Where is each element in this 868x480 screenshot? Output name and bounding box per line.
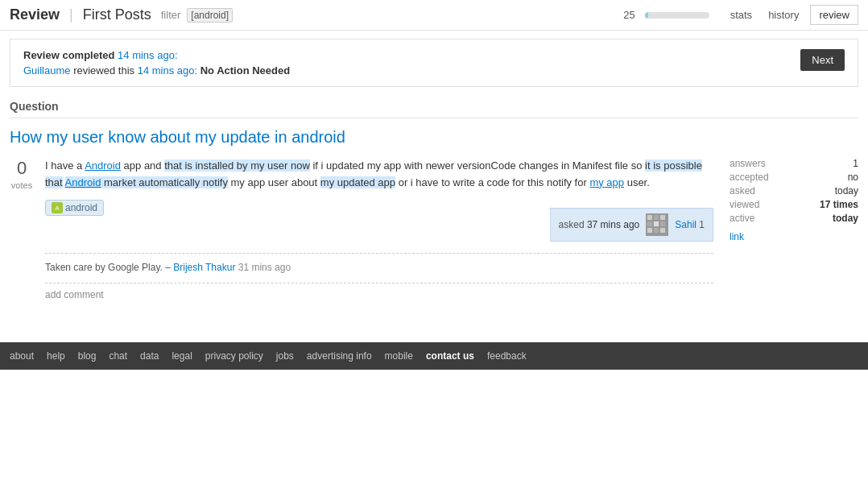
asked-key: asked xyxy=(730,185,755,197)
answers-val: 1 xyxy=(853,158,858,169)
footer-link-privacy-policy[interactable]: privacy policy xyxy=(205,350,263,362)
comment-body: Taken care by Google Play. xyxy=(45,262,163,273)
accepted-key: accepted xyxy=(730,172,769,183)
footer-link-data[interactable]: data xyxy=(140,350,159,362)
next-button[interactable]: Next xyxy=(800,49,845,71)
accepted-val: no xyxy=(848,172,858,183)
page-header: Review | First Posts filter [android] 25… xyxy=(0,0,868,31)
asked-info: asked 37 mins ago xyxy=(559,219,640,230)
svg-rect-9 xyxy=(647,228,652,233)
progress-bar xyxy=(645,12,709,19)
svg-rect-11 xyxy=(660,228,665,233)
svg-rect-7 xyxy=(654,221,659,226)
question-stats: answers 1 accepted no asked today viewed… xyxy=(730,158,858,310)
completed-label: Review completed xyxy=(23,49,114,61)
stats-asked: asked today xyxy=(730,185,858,197)
svg-rect-10 xyxy=(654,228,659,233)
android-link-2[interactable]: Android xyxy=(65,176,101,188)
asker-avatar xyxy=(646,213,668,236)
footer-link-advertising-info[interactable]: advertising info xyxy=(307,350,372,362)
reviewed-text: reviewed this xyxy=(73,64,134,77)
header-first-posts: First Posts xyxy=(83,6,151,23)
history-link[interactable]: history xyxy=(768,9,799,21)
android-tag[interactable]: A android xyxy=(45,200,104,216)
footer-link-mobile[interactable]: mobile xyxy=(385,350,413,362)
footer-link-legal[interactable]: legal xyxy=(172,350,192,362)
header-filter-tag[interactable]: [android] xyxy=(187,8,233,23)
header-filter-label: filter xyxy=(161,9,181,21)
footer-link-feedback[interactable]: feedback xyxy=(487,350,527,362)
completed-time[interactable]: 14 mins ago: xyxy=(118,49,177,61)
active-val: today xyxy=(833,213,858,224)
link-button[interactable]: link xyxy=(730,231,744,242)
android-tag-icon: A xyxy=(52,202,63,213)
android-tag-label: android xyxy=(65,202,97,213)
header-separator: | xyxy=(69,6,73,23)
stats-active: active today xyxy=(730,213,858,224)
section-label: Question xyxy=(10,100,858,118)
question-section: Question How my user know about my updat… xyxy=(10,100,858,310)
stats-accepted: accepted no xyxy=(730,172,858,183)
android-link-1[interactable]: Android xyxy=(85,159,121,172)
answers-key: answers xyxy=(730,158,766,169)
svg-rect-3 xyxy=(647,215,652,220)
stats-link[interactable]: stats xyxy=(730,9,752,21)
comment-text: Taken care by Google Play. – Brijesh Tha… xyxy=(45,259,713,276)
my-app-link[interactable]: my app xyxy=(589,176,624,188)
vote-number: 0 xyxy=(10,158,34,179)
viewed-key: viewed xyxy=(730,199,759,210)
question-content: I have a Android app and that is install… xyxy=(45,158,713,300)
footer-link-about[interactable]: about xyxy=(10,350,34,362)
svg-rect-8 xyxy=(660,221,665,226)
question-left: 0 votes I have a Android app and that is… xyxy=(10,158,713,310)
highlighted-text-3: Android market automatically notify xyxy=(65,176,228,188)
question-body-text: I have a Android app and that is install… xyxy=(45,158,713,192)
asked-val: today xyxy=(835,185,858,197)
tags-row: A android asked 37 mins ago xyxy=(45,200,713,242)
asked-time[interactable]: 37 mins ago xyxy=(587,219,639,230)
add-comment-link[interactable]: add comment xyxy=(45,289,104,300)
comment-author[interactable]: Brijesh Thakur xyxy=(173,262,235,273)
question-title[interactable]: How my user know about my update in andr… xyxy=(10,128,858,147)
header-count: 25 xyxy=(623,9,634,21)
svg-rect-4 xyxy=(654,215,659,220)
add-comment-divider xyxy=(45,283,713,283)
comment-dash: – xyxy=(165,262,171,273)
footer-link-help[interactable]: help xyxy=(47,350,65,362)
reviewed-time[interactable]: 14 mins ago: xyxy=(138,64,197,77)
stats-answers: answers 1 xyxy=(730,158,858,169)
asked-label: asked xyxy=(559,219,585,230)
action-text: No Action Needed xyxy=(200,64,290,77)
review-completed-text: Review completed 14 mins ago: Guillaume … xyxy=(23,49,290,77)
footer-link-blog[interactable]: blog xyxy=(78,350,97,362)
footer-link-contact-us[interactable]: contact us xyxy=(426,350,474,362)
highlighted-text-1: that is installed by my user now xyxy=(164,159,310,172)
highlighted-text-4: my updated app xyxy=(320,176,395,188)
svg-text:A: A xyxy=(55,205,60,212)
header-review-label: Review xyxy=(10,6,60,23)
stats-viewed: viewed 17 times xyxy=(730,199,858,210)
asker-info: Sahil 1 xyxy=(675,219,705,230)
review-tab[interactable]: review xyxy=(810,5,858,25)
vote-count: 0 votes xyxy=(10,158,34,191)
comment-divider xyxy=(45,253,713,254)
page-footer: abouthelpblogchatdatalegalprivacy policy… xyxy=(0,342,868,370)
progress-bar-fill xyxy=(645,12,648,19)
vote-section: 0 votes I have a Android app and that is… xyxy=(10,158,713,300)
active-key: active xyxy=(730,213,754,224)
asked-by-box: asked 37 mins ago xyxy=(550,208,713,242)
comment-time: 31 mins ago xyxy=(238,262,291,273)
question-body-layout: 0 votes I have a Android app and that is… xyxy=(10,158,858,310)
vote-label: votes xyxy=(11,180,32,190)
reviewer-name[interactable]: Guillaume xyxy=(23,64,71,77)
asker-name[interactable]: Sahil xyxy=(675,219,696,230)
svg-rect-5 xyxy=(660,215,665,220)
review-completed-box: Review completed 14 mins ago: Guillaume … xyxy=(10,39,858,87)
footer-link-chat[interactable]: chat xyxy=(109,350,127,362)
asker-rep: 1 xyxy=(699,219,705,230)
svg-rect-6 xyxy=(647,221,652,226)
viewed-val: 17 times xyxy=(820,199,858,210)
footer-link-jobs[interactable]: jobs xyxy=(276,350,294,362)
